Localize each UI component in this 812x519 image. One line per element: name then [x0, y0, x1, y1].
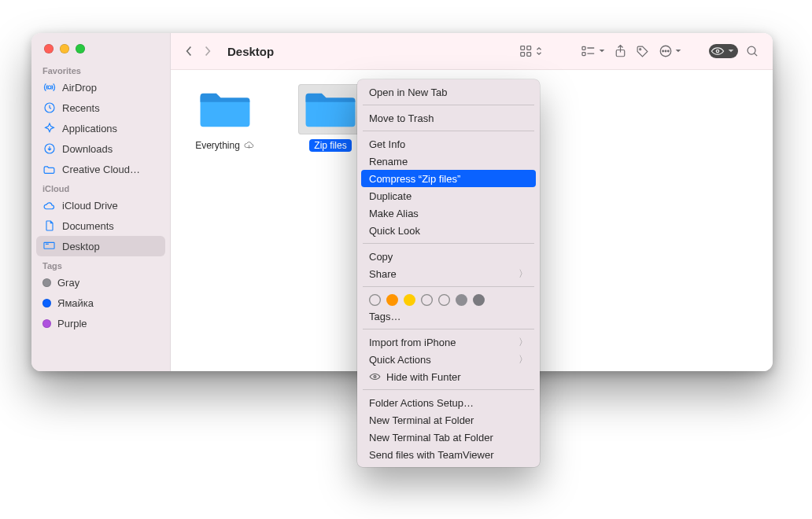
sidebar-item-label: Downloads: [62, 143, 113, 155]
ctx-new-terminal-tab[interactable]: New Terminal Tab at Folder: [361, 429, 536, 446]
svg-rect-4: [521, 46, 525, 50]
sidebar-header-favorites: Favorites: [31, 61, 170, 77]
sidebar-item-applications[interactable]: Applications: [31, 118, 170, 138]
ctx-get-info[interactable]: Get Info: [361, 135, 536, 153]
svg-rect-8: [582, 46, 585, 50]
sidebar-item-creative-cloud[interactable]: Creative Cloud…: [31, 159, 170, 179]
chevron-right-icon: 〉: [519, 336, 528, 349]
tag-dot-icon: [42, 299, 51, 307]
sidebar-item-label: Desktop: [62, 241, 100, 252]
ctx-rename[interactable]: Rename: [361, 153, 536, 170]
group-button[interactable]: [577, 40, 609, 62]
cloud-download-icon: [243, 141, 255, 150]
menu-separator: [363, 131, 534, 131]
sidebar-tag-jamaica[interactable]: Ямайка: [31, 293, 170, 313]
menu-separator: [363, 243, 534, 244]
sidebar: Favorites AirDrop Recents Applications D…: [31, 33, 171, 371]
sidebar-tag-gray[interactable]: Gray: [31, 272, 170, 293]
tag-color-gray[interactable]: [456, 294, 467, 306]
tag-color-empty[interactable]: [438, 294, 450, 306]
svg-rect-9: [582, 53, 585, 56]
sidebar-item-downloads[interactable]: Downloads: [31, 138, 170, 159]
file-item-everything[interactable]: Everything: [182, 84, 268, 152]
svg-rect-3: [44, 242, 54, 248]
svg-point-15: [668, 50, 670, 52]
sidebar-item-label: Creative Cloud…: [62, 164, 140, 175]
menu-separator: [363, 286, 534, 287]
back-button[interactable]: [180, 40, 197, 62]
ctx-share[interactable]: Share 〉: [361, 265, 536, 282]
document-icon: [42, 219, 56, 233]
airdrop-icon: [42, 81, 56, 94]
ctx-send-teamviewer[interactable]: Send files with TeamViewer: [361, 446, 536, 463]
sidebar-item-desktop[interactable]: Desktop: [36, 236, 165, 256]
ctx-duplicate[interactable]: Duplicate: [361, 187, 536, 204]
desktop-icon: [42, 240, 56, 253]
svg-rect-7: [527, 53, 531, 57]
sidebar-item-label: AirDrop: [62, 82, 97, 94]
svg-rect-5: [527, 46, 531, 50]
cloud-icon: [42, 199, 56, 212]
ctx-hide-funter[interactable]: Hide with Funter: [361, 368, 536, 385]
sidebar-item-documents[interactable]: Documents: [31, 215, 170, 236]
search-button[interactable]: [742, 40, 763, 62]
ctx-tags[interactable]: Tags…: [361, 307, 536, 325]
menu-separator: [363, 389, 534, 390]
ctx-tag-color-row: [361, 291, 536, 307]
tag-color-yellow[interactable]: [404, 294, 415, 306]
clock-icon: [42, 101, 56, 115]
svg-point-13: [663, 50, 664, 52]
ctx-import-iphone[interactable]: Import from iPhone 〉: [361, 333, 536, 351]
sidebar-item-recents[interactable]: Recents: [31, 98, 170, 118]
ctx-move-to-trash[interactable]: Move to Trash: [361, 109, 536, 127]
tag-color-none[interactable]: [369, 294, 381, 306]
applications-icon: [42, 122, 56, 135]
file-label: Zip files: [309, 139, 351, 152]
tags-button[interactable]: [632, 40, 653, 62]
page-title: Desktop: [227, 45, 274, 58]
tag-color-orange[interactable]: [386, 294, 398, 306]
ctx-make-alias[interactable]: Make Alias: [361, 204, 536, 222]
sidebar-tag-purple[interactable]: Purple: [31, 313, 170, 333]
eye-icon: [369, 372, 381, 381]
sidebar-item-label: Recents: [62, 102, 100, 114]
ctx-new-terminal[interactable]: New Terminal at Folder: [361, 411, 536, 429]
forward-button[interactable]: [199, 40, 216, 62]
tag-dot-icon: [42, 278, 51, 287]
sidebar-header-tags: Tags: [31, 256, 170, 272]
ctx-quick-look[interactable]: Quick Look: [361, 222, 536, 239]
context-menu: Open in New Tab Move to Trash Get Info R…: [357, 79, 540, 467]
ctx-compress[interactable]: Compress “Zip files”: [361, 170, 536, 187]
ctx-copy[interactable]: Copy: [361, 248, 536, 265]
downloads-icon: [42, 142, 56, 156]
sidebar-item-icloud-drive[interactable]: iCloud Drive: [31, 195, 170, 215]
maximize-button[interactable]: [76, 44, 85, 53]
svg-point-11: [640, 48, 641, 50]
ctx-open-new-tab[interactable]: Open in New Tab: [361, 83, 536, 101]
menu-separator: [363, 105, 534, 105]
sidebar-item-label: Purple: [57, 318, 87, 329]
svg-point-18: [374, 376, 376, 378]
svg-point-14: [665, 50, 666, 52]
svg-point-0: [48, 86, 51, 89]
menu-separator: [363, 329, 534, 329]
close-button[interactable]: [44, 44, 54, 53]
sidebar-item-airdrop[interactable]: AirDrop: [31, 77, 170, 98]
folder-icon: [42, 163, 56, 176]
privacy-button[interactable]: [709, 44, 738, 58]
sidebar-item-label: Documents: [62, 220, 114, 232]
tag-color-empty[interactable]: [421, 294, 433, 306]
tag-dot-icon: [42, 319, 51, 328]
chevron-right-icon: 〉: [519, 353, 528, 366]
sidebar-item-label: Ямайка: [57, 297, 94, 309]
ctx-folder-actions[interactable]: Folder Actions Setup…: [361, 394, 536, 411]
folder-icon: [298, 84, 363, 134]
toolbar: Desktop: [171, 33, 773, 70]
view-icon-button[interactable]: [515, 40, 547, 62]
minimize-button[interactable]: [60, 44, 69, 53]
chevron-right-icon: 〉: [519, 267, 528, 281]
share-button[interactable]: [611, 40, 630, 62]
ctx-quick-actions[interactable]: Quick Actions 〉: [361, 351, 536, 368]
tag-color-darkgray[interactable]: [473, 294, 485, 306]
action-button[interactable]: [655, 40, 685, 62]
